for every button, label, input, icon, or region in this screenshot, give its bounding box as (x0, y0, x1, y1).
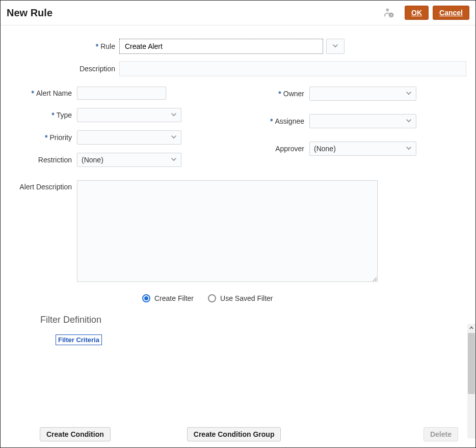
assignee-label: Assignee (275, 117, 304, 125)
required-indicator: * (270, 117, 273, 125)
scroll-up-button[interactable] (467, 324, 475, 332)
owner-select[interactable] (309, 87, 416, 101)
priority-label-wrap: *Priority (10, 133, 77, 142)
description-input[interactable] (119, 61, 466, 76)
bottom-button-row: Create Condition Create Condition Group … (40, 427, 458, 441)
required-indicator: * (278, 90, 281, 98)
rule-input[interactable] (119, 39, 323, 54)
filter-scrollbar[interactable] (467, 324, 475, 438)
required-indicator: * (51, 111, 54, 119)
filter-criteria-tab[interactable]: Filter Criteria (56, 334, 102, 345)
assignee-select[interactable] (309, 114, 416, 128)
scroll-thumb[interactable] (468, 333, 475, 394)
svg-text:?: ? (390, 13, 392, 18)
approver-value: (None) (314, 145, 336, 153)
person-help-icon[interactable]: ? (383, 7, 394, 18)
radio-use-saved-filter-label: Use Saved Filter (220, 294, 273, 302)
page-title: New Rule (7, 7, 383, 19)
ok-button[interactable]: OK (405, 6, 429, 20)
alert-description-textarea[interactable] (77, 180, 378, 282)
filter-definition-section: Filter Definition Filter Criteria (10, 315, 466, 345)
two-column-fields: *Alert Name *Type (10, 87, 466, 175)
alert-description-label: Alert Description (10, 180, 77, 282)
alert-name-label: Alert Name (36, 89, 72, 97)
priority-select[interactable] (77, 130, 181, 145)
required-indicator: * (45, 133, 47, 142)
alert-description-row: Alert Description (10, 180, 466, 282)
required-indicator: * (96, 42, 98, 50)
chevron-down-icon (406, 118, 412, 125)
assignee-label-wrap: *Assignee (248, 117, 309, 125)
radio-create-filter-label: Create Filter (154, 294, 194, 302)
delete-button: Delete (424, 427, 458, 441)
priority-label: Priority (49, 133, 72, 142)
form-area: *Rule Description *Alert Name (1, 25, 475, 345)
restriction-select[interactable]: (None) (77, 153, 181, 167)
filter-definition-title: Filter Definition (40, 315, 466, 325)
radio-create-filter[interactable]: Create Filter (142, 294, 194, 302)
approver-select[interactable]: (None) (309, 142, 416, 156)
right-column: *Owner *Assignee (248, 87, 466, 175)
create-condition-group-button[interactable]: Create Condition Group (187, 427, 281, 441)
restriction-label: Restriction (10, 156, 77, 164)
chevron-down-icon (332, 43, 338, 50)
rule-dropdown-button[interactable] (326, 39, 345, 54)
alert-name-label-wrap: *Alert Name (10, 89, 77, 97)
dialog-new-rule: New Rule ? OK Cancel *Rule (0, 0, 476, 448)
required-indicator: * (32, 89, 34, 97)
description-label: Description (10, 65, 119, 73)
svg-point-0 (386, 9, 389, 12)
chevron-down-icon (171, 111, 177, 119)
left-column: *Alert Name *Type (10, 87, 228, 175)
dialog-header: New Rule ? OK Cancel (1, 1, 475, 25)
scroll-track[interactable] (467, 394, 475, 438)
filter-mode-radio-group: Create Filter Use Saved Filter (10, 294, 466, 302)
type-label: Type (57, 111, 72, 119)
radio-icon (208, 294, 216, 302)
create-condition-button[interactable]: Create Condition (40, 427, 111, 441)
cancel-button[interactable]: Cancel (433, 6, 469, 20)
owner-label: Owner (283, 90, 304, 98)
type-select[interactable] (77, 108, 181, 122)
ok-button-label: OK (411, 9, 422, 17)
alert-name-input[interactable] (77, 87, 166, 100)
owner-label-wrap: *Owner (248, 90, 309, 98)
chevron-down-icon (406, 145, 412, 153)
radio-use-saved-filter[interactable]: Use Saved Filter (208, 294, 273, 302)
approver-label: Approver (248, 145, 309, 153)
radio-icon (142, 294, 150, 302)
rule-label-wrap: *Rule (10, 42, 119, 50)
type-label-wrap: *Type (10, 111, 77, 119)
restriction-value: (None) (82, 156, 103, 164)
chevron-down-icon (406, 90, 412, 98)
cancel-button-label: Cancel (439, 9, 463, 17)
chevron-down-icon (171, 134, 177, 142)
chevron-down-icon (171, 156, 177, 164)
rule-label: Rule (100, 42, 115, 50)
